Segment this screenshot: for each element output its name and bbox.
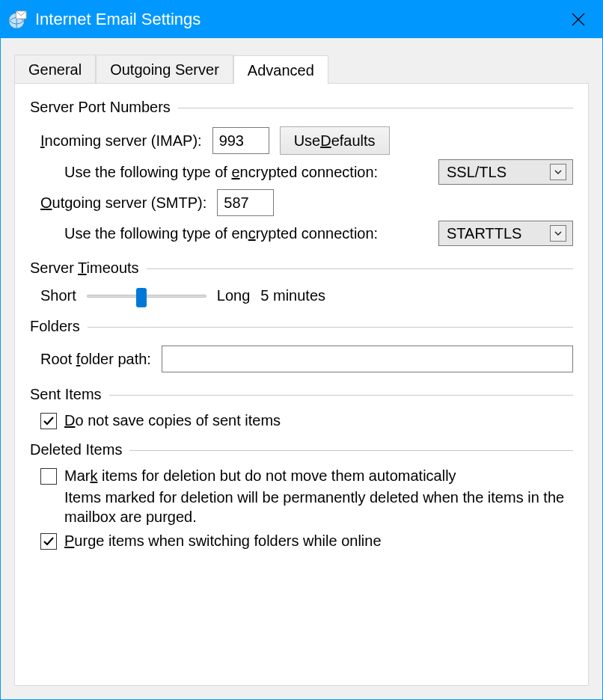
close-icon — [572, 13, 585, 26]
tab-row: General Outgoing Server Advanced — [14, 52, 589, 83]
dialog-window: Internet Email Settings General Outgoing… — [0, 0, 603, 700]
group-server-timeouts: Server Timeouts Short Long 5 minutes — [30, 260, 573, 312]
slider-thumb[interactable] — [136, 288, 147, 307]
mark-for-deletion-label: Mark items for deletion but do not move … — [64, 467, 456, 485]
group-sent-items: Sent Items Do not save copies of sent it… — [30, 386, 573, 435]
timeout-long-label: Long — [217, 287, 251, 304]
email-settings-icon — [7, 9, 28, 30]
group-server-port-numbers: Server Port Numbers Incoming server (IMA… — [30, 99, 573, 254]
incoming-server-label: Incoming server (IMAP): — [40, 132, 202, 150]
checkbox-purge-on-switch[interactable]: Purge items when switching folders while… — [40, 532, 573, 550]
root-folder-input[interactable] — [162, 346, 573, 372]
outgoing-port-input[interactable] — [217, 189, 274, 216]
use-defaults-button[interactable]: Use Defaults — [280, 126, 390, 155]
incoming-encryption-label: Use the following type of encrypted conn… — [64, 164, 378, 181]
incoming-encryption-select[interactable]: SSL/TLS — [438, 159, 573, 185]
tab-panel-advanced: Server Port Numbers Incoming server (IMA… — [14, 83, 589, 686]
checkbox-box — [40, 413, 57, 429]
timeout-slider[interactable] — [87, 288, 206, 304]
incoming-port-input[interactable] — [212, 127, 269, 154]
tab-outgoing-server[interactable]: Outgoing Server — [96, 55, 233, 83]
tab-general[interactable]: General — [14, 55, 96, 83]
window-title: Internet Email Settings — [35, 10, 554, 29]
outgoing-encryption-label: Use the following type of encrypted conn… — [64, 225, 378, 242]
group-label-folders: Folders — [30, 318, 88, 335]
checkbox-box — [40, 533, 57, 550]
group-label-sent: Sent Items — [30, 386, 109, 403]
purge-label: Purge items when switching folders while… — [64, 532, 382, 550]
group-deleted-items: Deleted Items Mark items for deletion bu… — [30, 441, 573, 556]
timeout-short-label: Short — [40, 287, 76, 304]
titlebar: Internet Email Settings — [1, 1, 602, 38]
checkbox-box — [40, 468, 57, 485]
deletion-note: Items marked for deletion will be perman… — [40, 488, 573, 526]
checkbox-mark-for-deletion[interactable]: Mark items for deletion but do not move … — [40, 467, 573, 485]
timeout-value: 5 minutes — [260, 287, 325, 304]
client-area: General Outgoing Server Advanced Server … — [1, 38, 602, 699]
close-button[interactable] — [554, 1, 602, 38]
group-folders: Folders Root folder path: — [30, 318, 573, 380]
chevron-down-icon — [550, 164, 566, 180]
tab-advanced[interactable]: Advanced — [233, 55, 328, 84]
outgoing-server-label: Outgoing server (SMTP): — [40, 194, 206, 212]
outgoing-encryption-select[interactable]: STARTTLS — [438, 221, 573, 246]
chevron-down-icon — [550, 225, 566, 242]
group-label-deleted: Deleted Items — [30, 441, 129, 458]
group-label-ports: Server Port Numbers — [30, 99, 178, 116]
checkbox-dont-save-sent[interactable]: Do not save copies of sent items — [40, 412, 573, 429]
group-label-timeouts: Server Timeouts — [30, 260, 147, 277]
dont-save-label: Do not save copies of sent items — [64, 412, 281, 429]
root-folder-label: Root folder path: — [40, 351, 151, 368]
